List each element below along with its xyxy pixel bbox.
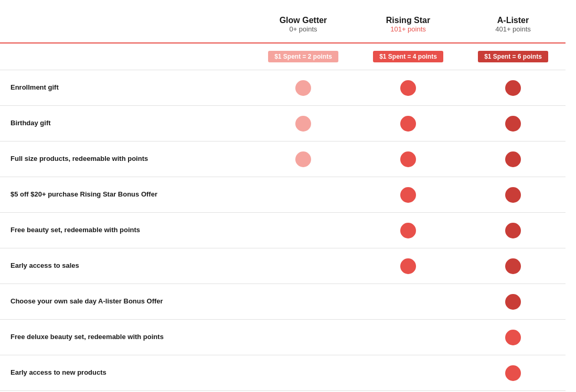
birthday-alister-cell [461,116,566,132]
benefit-row-choose: Choose your own sale day A-lister Bonus … [0,284,566,320]
early-sales-rising-cell [356,258,461,274]
5off-rising-dot [400,187,416,203]
new-products-alister-dot [505,365,521,381]
badge-empty-cell [0,51,251,62]
enrollment-glow-dot [295,80,311,96]
benefit-row-deluxe: Free deluxe beauty set, redeemable with … [0,320,566,355]
fullsize-rising-cell [356,151,461,167]
early-sales-rising-dot [400,258,416,274]
fullsize-alister-cell [461,151,566,167]
fullsize-alister-dot [505,151,521,167]
glow-getter-badge-cell: $1 Spent = 2 points [251,51,356,62]
birthday-glow-cell [251,116,356,132]
glow-getter-badge: $1 Spent = 2 points [268,51,338,62]
birthday-alister-dot [505,116,521,132]
rising-star-points: 101+ points [356,25,461,33]
deluxe-alister-cell [461,330,566,345]
enrollment-glow-cell [251,80,356,96]
enrollment-rising-cell [356,80,461,96]
fullsize-rising-dot [400,151,416,167]
rising-star-header: Rising Star 101+ points [356,10,461,38]
benefit-row-5off: $5 off $20+ purchase Rising Star Bonus O… [0,177,566,213]
points-badge-row: $1 Spent = 2 points $1 Spent = 4 points … [0,43,566,70]
fullsize-label: Full size products, redeemable with poin… [0,146,251,172]
beautyset-rising-cell [356,223,461,238]
early-sales-label: Early access to sales [0,253,251,279]
birthday-rising-dot [400,116,416,132]
benefit-row-beautyset: Free beauty set, redeemable with points [0,213,566,248]
5off-alister-dot [505,187,521,203]
benefit-row-birthday: Birthday gift [0,106,566,141]
beautyset-rising-dot [400,223,416,238]
birthday-label: Birthday gift [0,110,251,136]
beautyset-alister-cell [461,223,566,238]
glow-getter-points: 0+ points [251,25,356,33]
a-lister-points: 401+ points [461,25,566,33]
glow-getter-header: Glow Getter 0+ points [251,10,356,38]
5off-rising-cell [356,187,461,203]
choose-alister-dot [505,294,521,310]
birthday-rising-cell [356,116,461,132]
early-sales-alister-dot [505,258,521,274]
a-lister-header: A-Lister 401+ points [461,10,566,38]
new-products-label: Early access to new products [0,360,251,386]
deluxe-label: Free deluxe beauty set, redeemable with … [0,324,251,350]
enrollment-alister-cell [461,80,566,96]
deluxe-alister-dot [505,330,521,345]
choose-alister-cell [461,294,566,310]
rising-star-name: Rising Star [356,16,461,25]
header-empty-cell [0,10,251,38]
birthday-glow-dot [295,116,311,132]
benefit-row-fullsize: Full size products, redeemable with poin… [0,141,566,177]
beautyset-label: Free beauty set, redeemable with points [0,217,251,243]
new-products-alister-cell [461,365,566,381]
a-lister-badge: $1 Spent = 6 points [478,51,548,62]
a-lister-name: A-Lister [461,16,566,25]
5off-alister-cell [461,187,566,203]
tier-header-row: Glow Getter 0+ points Rising Star 101+ p… [0,10,566,43]
glow-getter-name: Glow Getter [251,16,356,25]
enrollment-alister-dot [505,80,521,96]
a-lister-badge-cell: $1 Spent = 6 points [461,51,566,62]
benefit-row-early-sales: Early access to sales [0,248,566,284]
enrollment-rising-dot [400,80,416,96]
table: Glow Getter 0+ points Rising Star 101+ p… [0,10,566,391]
benefit-row-enrollment: Enrollment gift [0,70,566,106]
rising-star-badge-cell: $1 Spent = 4 points [356,51,461,62]
5off-label: $5 off $20+ purchase Rising Star Bonus O… [0,181,251,208]
fullsize-glow-cell [251,151,356,167]
benefit-row-new-products: Early access to new products [0,355,566,391]
fullsize-glow-dot [295,151,311,167]
choose-label: Choose your own sale day A-lister Bonus … [0,288,251,314]
rising-star-badge: $1 Spent = 4 points [373,51,443,62]
loyalty-comparison-table: Glow Getter 0+ points Rising Star 101+ p… [0,0,576,392]
enrollment-label: Enrollment gift [0,74,251,101]
beautyset-alister-dot [505,223,521,238]
early-sales-alister-cell [461,258,566,274]
